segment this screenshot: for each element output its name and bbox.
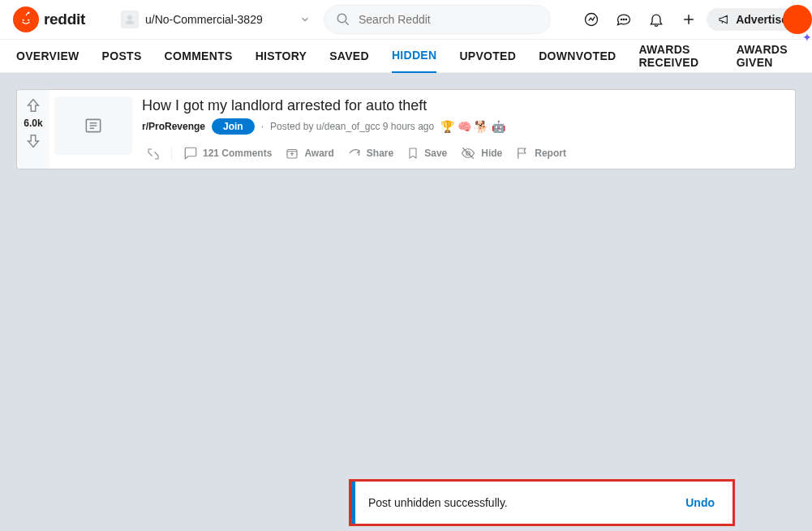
award-badge[interactable]: 🐕: [475, 120, 488, 133]
share-button[interactable]: Share: [342, 143, 398, 164]
advertise-label: Advertise: [736, 13, 788, 26]
search-icon: [336, 12, 350, 27]
tab-upvoted[interactable]: UPVOTED: [459, 40, 516, 73]
upvote-button[interactable]: [24, 96, 42, 114]
megaphone-icon: [718, 13, 731, 26]
svg-point-4: [127, 15, 132, 20]
author-link[interactable]: u/dean_of_gcc: [316, 121, 380, 132]
header-icon-group: Advertise: [577, 5, 799, 34]
brand-logo[interactable]: reddit: [13, 6, 85, 32]
vote-column: 6.0k: [17, 90, 49, 169]
downvote-button[interactable]: [24, 132, 42, 150]
award-badge[interactable]: 🧠: [458, 120, 471, 133]
profile-tabs: OVERVIEWPOSTSCOMMENTSHISTORYSAVEDHIDDENU…: [0, 40, 812, 73]
post-meta: r/ProRevenge Join · Posted by u/dean_of_…: [142, 118, 788, 135]
tab-overview[interactable]: OVERVIEW: [16, 40, 79, 73]
undo-button[interactable]: Undo: [685, 496, 733, 509]
sparkle-icon: ✦: [802, 31, 812, 44]
user-avatar[interactable]: [783, 5, 812, 34]
create-post-icon[interactable]: [674, 5, 703, 34]
brand-wordmark: reddit: [44, 11, 85, 28]
avatar-icon: [121, 11, 139, 28]
award-badge[interactable]: 🤖: [492, 120, 505, 133]
hide-button[interactable]: Hide: [455, 143, 507, 164]
tab-hidden[interactable]: HIDDEN: [392, 40, 436, 73]
svg-point-7: [621, 19, 622, 19]
comments-button[interactable]: 121 Comments: [178, 143, 277, 164]
search-input[interactable]: [359, 13, 539, 26]
user-dropdown[interactable]: u/No-Commercial-3829: [114, 7, 317, 32]
join-button[interactable]: Join: [212, 118, 255, 135]
awards-strip[interactable]: 🏆🧠🐕🤖: [440, 120, 505, 133]
tab-awards-given[interactable]: AWARDS GIVEN: [737, 40, 796, 73]
notifications-icon[interactable]: [642, 5, 671, 34]
toast-notification: Post unhidden successfully. Undo: [349, 479, 735, 526]
svg-point-5: [337, 14, 346, 23]
svg-point-0: [23, 19, 24, 21]
svg-point-8: [624, 19, 625, 19]
toast-message: Post unhidden successfully.: [355, 496, 685, 509]
tab-history[interactable]: HISTORY: [256, 40, 307, 73]
current-user-label: u/No-Commercial-3829: [145, 13, 263, 26]
save-button[interactable]: Save: [402, 143, 452, 164]
svg-point-1: [28, 19, 29, 21]
award-badge[interactable]: 🏆: [440, 120, 454, 133]
tab-posts[interactable]: POSTS: [102, 40, 142, 73]
post-thumbnail[interactable]: [54, 96, 132, 155]
post-time: 9 hours ago: [383, 121, 434, 132]
post-card[interactable]: 6.0k How I got my landlord arrested for …: [16, 89, 796, 169]
tab-downvoted[interactable]: DOWNVOTED: [539, 40, 616, 73]
svg-point-9: [625, 19, 626, 19]
post-actions: 121 Comments Award Share Save Hide: [142, 143, 788, 164]
tab-comments[interactable]: COMMENTS: [165, 40, 233, 73]
report-button[interactable]: Report: [510, 143, 571, 164]
posted-by: Posted by u/dean_of_gcc 9 hours ago: [270, 121, 434, 132]
award-button[interactable]: Award: [280, 143, 338, 164]
tab-awards-received[interactable]: AWARDS RECEIVED: [638, 40, 713, 73]
chevron-down-icon: [299, 14, 311, 25]
post-title[interactable]: How I got my landlord arrested for auto …: [142, 96, 788, 115]
subreddit-link[interactable]: r/ProRevenge: [142, 121, 205, 132]
reddit-logo-icon: [13, 6, 39, 32]
popular-icon[interactable]: [577, 5, 606, 34]
content-area: 6.0k How I got my landlord arrested for …: [0, 73, 812, 186]
chat-icon[interactable]: [609, 5, 638, 34]
top-header: reddit u/No-Commercial-3829: [0, 0, 812, 40]
svg-point-2: [19, 16, 33, 26]
vote-score: 6.0k: [24, 118, 42, 129]
tab-saved[interactable]: SAVED: [329, 40, 369, 73]
search-box[interactable]: [324, 5, 551, 34]
expand-button[interactable]: [142, 144, 165, 164]
post-body: How I got my landlord arrested for auto …: [139, 90, 795, 169]
svg-point-3: [28, 11, 30, 13]
